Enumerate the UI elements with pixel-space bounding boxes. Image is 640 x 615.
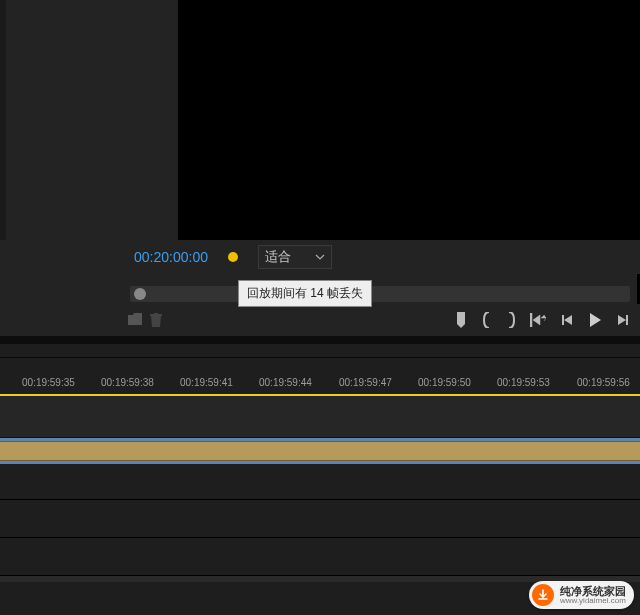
program-monitor[interactable] <box>178 0 638 240</box>
go-to-in-icon[interactable] <box>530 313 546 327</box>
video-clip[interactable] <box>0 441 640 461</box>
ruler-tick: 00:19:59:47 <box>339 377 392 388</box>
bracket-open-icon[interactable] <box>482 312 492 328</box>
chevron-down-icon <box>315 254 325 260</box>
zoom-fit-select[interactable]: 适合 <box>258 245 332 269</box>
track-empty-v2[interactable] <box>0 396 640 438</box>
timeline-header-strip <box>0 344 640 358</box>
ruler-tick: 00:19:59:56 <box>577 377 630 388</box>
step-back-icon[interactable] <box>560 313 574 327</box>
trash-icon[interactable] <box>150 313 162 327</box>
source-panel-empty <box>6 0 124 240</box>
transport-bar <box>0 304 640 336</box>
ruler-tick: 00:19:59:50 <box>418 377 471 388</box>
monitor-info-bar: 00:20:00:00 适合 <box>0 240 640 274</box>
ruler-tick: 00:19:59:44 <box>259 377 312 388</box>
panel-separator[interactable] <box>0 336 640 344</box>
bin-icon[interactable] <box>128 313 142 325</box>
watermark-title: 纯净系统家园 <box>560 585 626 597</box>
ruler-tick: 00:19:59:41 <box>180 377 233 388</box>
step-forward-icon[interactable] <box>616 313 630 327</box>
watermark-url: www.yidaimei.com <box>560 597 626 606</box>
ruler-tick: 00:19:59:53 <box>497 377 550 388</box>
dropped-frames-indicator[interactable] <box>228 252 238 262</box>
mark-in-icon[interactable] <box>454 312 468 328</box>
bracket-close-icon[interactable] <box>506 312 516 328</box>
audio-track-a1[interactable] <box>0 464 640 500</box>
timeline-panel[interactable]: 00:19:59:3500:19:59:3800:19:59:4100:19:5… <box>0 336 640 582</box>
play-icon[interactable] <box>588 312 602 328</box>
playhead-timecode[interactable]: 00:20:00:00 <box>134 249 208 265</box>
ruler-tick: 00:19:59:35 <box>22 377 75 388</box>
scrub-handle[interactable] <box>134 288 146 300</box>
audio-track-a3[interactable] <box>0 538 640 576</box>
watermark-logo-icon <box>532 584 554 606</box>
audio-track-a2[interactable] <box>0 500 640 538</box>
zoom-fit-label: 适合 <box>265 248 291 266</box>
time-ruler[interactable]: 00:19:59:3500:19:59:3800:19:59:4100:19:5… <box>0 358 640 394</box>
scrub-slider[interactable] <box>130 286 630 302</box>
dropped-frames-tooltip: 回放期间有 14 帧丢失 <box>238 280 372 307</box>
ruler-tick: 00:19:59:38 <box>101 377 154 388</box>
watermark-badge: 纯净系统家园 www.yidaimei.com <box>529 581 634 609</box>
